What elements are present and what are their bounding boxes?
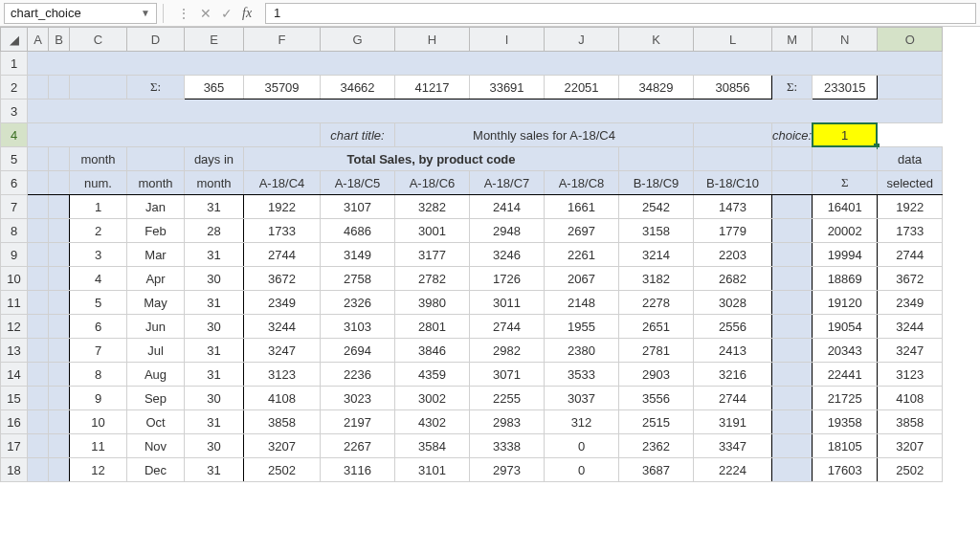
cell-value[interactable]: 3980 xyxy=(395,291,470,315)
chart-title-value[interactable]: Monthly sales for A-18/C4 xyxy=(395,123,694,147)
grid-area[interactable]: ◢ A B C D E F G H I J K L M N O 1 2 Σ: 3… xyxy=(0,27,980,482)
row-header[interactable]: 9 xyxy=(1,243,28,267)
cell-value[interactable]: 3177 xyxy=(395,243,470,267)
col-header[interactable]: I xyxy=(470,28,545,52)
cell[interactable] xyxy=(49,243,70,267)
cell-value[interactable]: 2973 xyxy=(470,458,545,482)
cell-value[interactable]: 3011 xyxy=(470,291,545,315)
cell-month[interactable]: Mar xyxy=(127,243,185,267)
cell-value[interactable]: 3556 xyxy=(619,387,694,410)
cell-sigma[interactable]: 22441 xyxy=(813,363,878,387)
cell-value[interactable]: 2744 xyxy=(470,315,545,339)
cell-sigma[interactable]: 17603 xyxy=(813,458,878,482)
fx-icon[interactable]: fx xyxy=(242,6,252,21)
cell-selected[interactable]: 3858 xyxy=(878,410,943,434)
cell[interactable] xyxy=(694,123,772,147)
cell-value[interactable]: 2380 xyxy=(545,339,619,363)
cell-value[interactable]: 2556 xyxy=(694,315,772,339)
cell-sigma[interactable]: 19054 xyxy=(813,315,878,339)
cell-value[interactable]: 1955 xyxy=(545,315,619,339)
col-header[interactable]: H xyxy=(395,28,470,52)
hdr-G[interactable]: A-18/C5 xyxy=(321,171,395,195)
row-header[interactable]: 17 xyxy=(1,434,28,458)
cell[interactable] xyxy=(772,171,813,195)
cell-value[interactable]: 2682 xyxy=(694,267,772,291)
cell[interactable] xyxy=(772,315,813,339)
cell-value[interactable]: 2983 xyxy=(470,410,545,434)
cell-days[interactable]: 31 xyxy=(185,243,244,267)
cell[interactable] xyxy=(49,195,70,219)
cell-month-num[interactable]: 12 xyxy=(70,458,127,482)
cell-value[interactable]: 3037 xyxy=(545,387,619,410)
cell-month[interactable]: Apr xyxy=(127,267,185,291)
cell-value[interactable]: 1922 xyxy=(244,195,321,219)
cell-selected[interactable]: 3244 xyxy=(878,315,943,339)
cell[interactable] xyxy=(28,76,49,100)
cell[interactable] xyxy=(49,315,70,339)
cell-value[interactable]: 2744 xyxy=(694,387,772,410)
hdr-data-top[interactable]: data xyxy=(878,147,943,171)
cell-month-num[interactable]: 7 xyxy=(70,339,127,363)
cell[interactable] xyxy=(619,147,694,171)
hdr-monthnum-top[interactable]: month xyxy=(70,147,127,171)
cell-sigma[interactable]: 19120 xyxy=(813,291,878,315)
sum-grand[interactable]: 233015 xyxy=(813,76,878,100)
sum-H[interactable]: 41217 xyxy=(395,76,470,100)
cell-value[interactable]: 1726 xyxy=(470,267,545,291)
cell-days[interactable]: 28 xyxy=(185,219,244,243)
sum-G[interactable]: 34662 xyxy=(321,76,395,100)
cell-value[interactable]: 1733 xyxy=(244,219,321,243)
cell[interactable] xyxy=(49,458,70,482)
cell-selected[interactable]: 1733 xyxy=(878,219,943,243)
row-header[interactable]: 11 xyxy=(1,291,28,315)
cell-value[interactable]: 2515 xyxy=(619,410,694,434)
cell-days[interactable]: 30 xyxy=(185,434,244,458)
cell-month[interactable]: Sep xyxy=(127,387,185,410)
cell-value[interactable]: 2362 xyxy=(619,434,694,458)
row-header[interactable]: 2 xyxy=(1,76,28,100)
cell[interactable] xyxy=(28,123,321,147)
cell-selected[interactable]: 3123 xyxy=(878,363,943,387)
cell-value[interactable]: 3347 xyxy=(694,434,772,458)
hdr-K[interactable]: B-18/C9 xyxy=(619,171,694,195)
cell-value[interactable]: 3672 xyxy=(244,267,321,291)
cell[interactable] xyxy=(878,76,943,100)
cell-selected[interactable]: 4108 xyxy=(878,387,943,410)
col-header[interactable]: L xyxy=(694,28,772,52)
cell-value[interactable]: 3071 xyxy=(470,363,545,387)
cell[interactable] xyxy=(28,339,49,363)
cell-month[interactable]: Jul xyxy=(127,339,185,363)
cell-value[interactable]: 3001 xyxy=(395,219,470,243)
col-header[interactable]: B xyxy=(49,28,70,52)
cell-value[interactable]: 3858 xyxy=(244,410,321,434)
hdr-days[interactable]: month xyxy=(185,171,244,195)
cell-value[interactable]: 1473 xyxy=(694,195,772,219)
cell-month[interactable]: Oct xyxy=(127,410,185,434)
sum-F[interactable]: 35709 xyxy=(244,76,321,100)
hdr-J[interactable]: A-18/C8 xyxy=(545,171,619,195)
cell-value[interactable]: 2224 xyxy=(694,458,772,482)
cell-month-num[interactable]: 9 xyxy=(70,387,127,410)
cell-value[interactable]: 3116 xyxy=(321,458,395,482)
cell[interactable] xyxy=(772,339,813,363)
cell-value[interactable]: 2067 xyxy=(545,267,619,291)
cell[interactable] xyxy=(70,76,127,100)
cancel-icon[interactable]: ✕ xyxy=(200,6,212,21)
cell-selected[interactable]: 2349 xyxy=(878,291,943,315)
cell-days[interactable]: 31 xyxy=(185,458,244,482)
cell-value[interactable]: 0 xyxy=(545,434,619,458)
cell-days[interactable]: 31 xyxy=(185,195,244,219)
col-header[interactable]: F xyxy=(244,28,321,52)
cell[interactable] xyxy=(772,434,813,458)
cell-month[interactable]: Aug xyxy=(127,363,185,387)
cell-value[interactable]: 2414 xyxy=(470,195,545,219)
cell-value[interactable]: 2948 xyxy=(470,219,545,243)
cell-sigma[interactable]: 16401 xyxy=(813,195,878,219)
cell[interactable] xyxy=(49,76,70,100)
cell-value[interactable]: 3101 xyxy=(395,458,470,482)
cell-value[interactable]: 2694 xyxy=(321,339,395,363)
cell-sigma[interactable]: 19358 xyxy=(813,410,878,434)
cell-value[interactable]: 3149 xyxy=(321,243,395,267)
cell-selected[interactable]: 3672 xyxy=(878,267,943,291)
cell-value[interactable]: 3191 xyxy=(694,410,772,434)
